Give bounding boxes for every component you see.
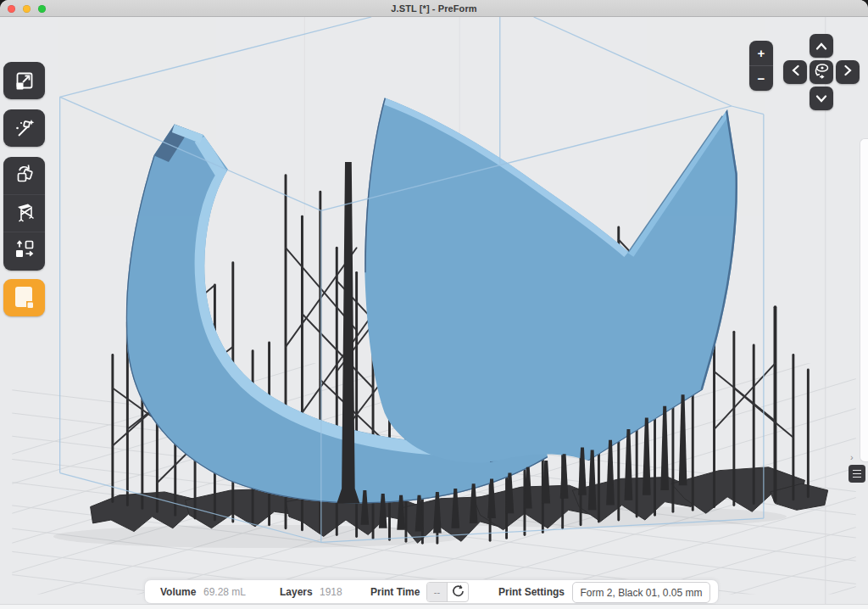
- close-window-button[interactable]: [8, 5, 15, 13]
- cartridge-icon: [14, 285, 36, 310]
- one-click-print-button[interactable]: [3, 109, 45, 147]
- volume-label: Volume: [160, 586, 196, 598]
- print-settings-field[interactable]: Form 2, Black 01, 0.05 mm: [572, 582, 710, 603]
- tool-group: [3, 157, 45, 271]
- chevron-up-icon: [815, 38, 827, 53]
- refresh-print-time-button[interactable]: [448, 583, 468, 601]
- layout-icon: [14, 238, 36, 264]
- window-title: J.STL [*] - PreForm: [0, 0, 868, 17]
- magic-wand-icon: [14, 117, 36, 139]
- volume-value: 69.28 mL: [203, 586, 246, 598]
- supports-tool-button[interactable]: [3, 194, 45, 232]
- minimize-window-button[interactable]: [23, 5, 31, 13]
- layers-value: 1918: [320, 586, 342, 598]
- zoom-out-button[interactable]: −: [749, 66, 773, 91]
- print-settings-label: Print Settings: [498, 586, 565, 598]
- scene-canvas: [0, 17, 868, 609]
- window-bottom-edge: [0, 604, 868, 609]
- orbit-eye-icon: [812, 61, 831, 83]
- pan-down-button[interactable]: [810, 87, 833, 110]
- pan-right-button[interactable]: [836, 60, 860, 84]
- panel-chevron: ›: [850, 452, 854, 462]
- right-panel-toggle-button[interactable]: [849, 465, 865, 483]
- print-time-label: Print Time: [370, 586, 420, 598]
- print-button[interactable]: [3, 279, 45, 316]
- zoom-control: + −: [749, 41, 773, 91]
- size-tool-button[interactable]: [3, 62, 45, 99]
- right-panel-collapsed-strip[interactable]: [860, 138, 868, 462]
- print-time-control: --: [426, 582, 469, 602]
- zoom-window-button[interactable]: [38, 5, 46, 13]
- chevron-right-icon: [844, 64, 852, 80]
- chevron-down-icon: [815, 91, 827, 106]
- zoom-in-button[interactable]: +: [749, 41, 773, 66]
- supports-icon: [14, 201, 36, 226]
- orient-tool-button[interactable]: [3, 157, 45, 194]
- chevron-left-icon: [792, 64, 799, 80]
- preform-window: J.STL [*] - PreForm: [0, 0, 868, 609]
- titlebar[interactable]: J.STL [*] - PreForm: [0, 0, 868, 17]
- pan-up-button[interactable]: [810, 34, 833, 58]
- print-time-value: --: [427, 583, 448, 601]
- orbit-view-button[interactable]: [810, 60, 833, 84]
- status-bar: Volume 69.28 mL Layers 1918 Print Time -…: [144, 579, 719, 604]
- layers-label: Layers: [280, 586, 313, 598]
- layout-tool-button[interactable]: [3, 232, 45, 269]
- refresh-icon: [451, 584, 465, 601]
- 3d-viewport[interactable]: [0, 17, 868, 609]
- pan-left-button[interactable]: [783, 60, 807, 84]
- scale-icon: [14, 70, 35, 91]
- rotate-icon: [14, 163, 36, 188]
